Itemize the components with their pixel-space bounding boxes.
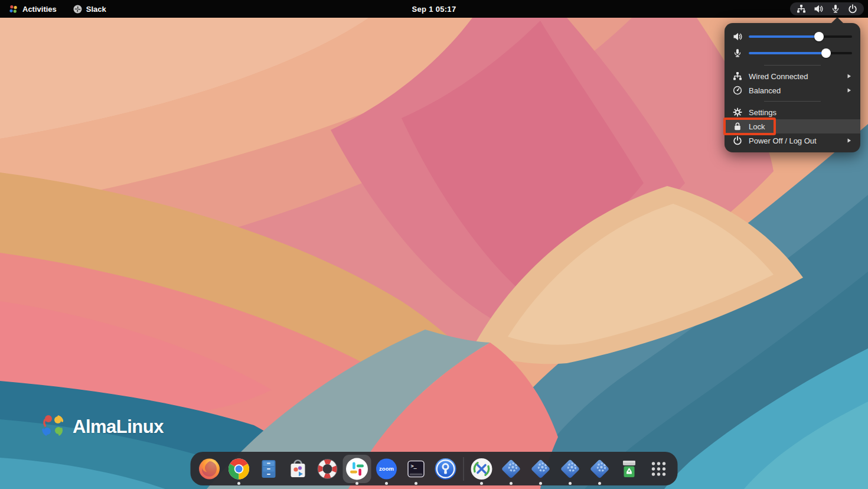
dock-item-trash[interactable] <box>618 457 641 481</box>
terminal-icon: >_ <box>404 457 428 481</box>
zoom-icon: zoom <box>375 457 399 481</box>
gear-icon <box>733 107 742 117</box>
top-bar: Activities Slack Sep 1 05:17 <box>0 0 868 18</box>
executable-diamond-icon <box>559 457 582 481</box>
running-indicator-dot <box>385 482 388 485</box>
dock-item-app-grid[interactable] <box>647 457 671 481</box>
files-icon <box>257 457 280 481</box>
balanced-menu-label: Balanced <box>749 86 840 95</box>
running-indicator-dot <box>539 482 542 485</box>
power-profile-icon <box>733 86 742 95</box>
volume-slider-row <box>725 28 860 45</box>
svg-text:>_: >_ <box>411 462 417 468</box>
power-icon <box>848 4 857 14</box>
trash-icon <box>618 457 641 481</box>
onepassword-icon <box>434 457 458 481</box>
volume-icon <box>733 32 742 41</box>
power-icon <box>733 136 742 145</box>
dock-item-executable-4[interactable] <box>588 457 612 481</box>
firefox-icon <box>198 457 221 481</box>
brand-logo: AlmaLinux <box>39 412 164 442</box>
chevron-right-icon <box>846 87 852 93</box>
wired-menu-label: Wired Connected <box>749 72 840 81</box>
dock-item-zoom[interactable]: zoom <box>375 457 399 481</box>
dock-item-remote-desktop[interactable] <box>470 457 494 481</box>
dock-item-files[interactable] <box>257 457 280 481</box>
svg-text:zoom: zoom <box>379 465 394 472</box>
dock-item-terminal[interactable]: >_ <box>404 457 428 481</box>
network-wired-icon <box>733 71 742 81</box>
power-off-menu-item[interactable]: Power Off / Log Out <box>725 133 860 148</box>
microphone-slider-knob[interactable] <box>821 48 831 58</box>
system-tray-button[interactable] <box>790 2 864 15</box>
wired-menu-item[interactable]: Wired Connected <box>725 69 860 83</box>
volume-icon <box>814 4 823 14</box>
software-store-icon <box>286 457 310 481</box>
running-indicator-dot <box>598 482 601 485</box>
executable-diamond-icon <box>500 457 523 481</box>
alma-mini-icon <box>8 4 18 14</box>
activities-label: Activities <box>22 5 57 14</box>
microphone-slider[interactable] <box>749 52 852 54</box>
running-indicator-dot <box>510 482 513 485</box>
top-bar-left: Activities Slack <box>8 0 106 18</box>
lock-menu-item[interactable]: Lock <box>725 119 860 133</box>
clock[interactable]: Sep 1 05:17 <box>412 0 456 18</box>
balanced-menu-item[interactable]: Balanced <box>725 83 860 97</box>
menu-arrow <box>831 17 844 24</box>
brand-logo-text: AlmaLinux <box>73 416 164 438</box>
slack-app-indicator[interactable]: Slack <box>73 0 106 18</box>
running-indicator-dot <box>569 482 572 485</box>
dock-item-firefox[interactable] <box>198 457 221 481</box>
dock-item-slack[interactable] <box>345 457 369 481</box>
dock-item-executable-3[interactable] <box>559 457 582 481</box>
running-indicator-dot <box>355 482 358 485</box>
power-off-menu-label: Power Off / Log Out <box>749 136 840 145</box>
volume-slider-fill <box>749 35 819 38</box>
lock-icon <box>733 122 742 131</box>
help-lifebuoy-icon <box>316 457 340 481</box>
volume-slider-knob[interactable] <box>814 32 824 41</box>
volume-slider[interactable] <box>749 35 852 38</box>
app-grid-icon <box>647 457 671 481</box>
dock-item-software[interactable] <box>286 457 310 481</box>
running-indicator-dot <box>415 482 417 485</box>
activities-button[interactable]: Activities <box>8 0 57 18</box>
system-menu: Wired ConnectedBalancedSettingsLockPower… <box>725 23 860 152</box>
app-indicator-label: Slack <box>86 5 106 14</box>
settings-menu-label: Settings <box>749 108 852 117</box>
menu-divider <box>764 101 821 102</box>
microphone-slider-fill <box>749 52 826 54</box>
dock-item-chrome[interactable] <box>227 457 251 481</box>
chevron-right-icon <box>846 73 852 79</box>
dock-separator <box>464 457 464 481</box>
desktop-screen: Activities Slack Sep 1 05:17 Wired Conne… <box>0 0 868 489</box>
settings-menu-item[interactable]: Settings <box>725 105 860 119</box>
menu-body: Wired ConnectedBalancedSettingsLockPower… <box>725 28 860 148</box>
clock-label: Sep 1 05:17 <box>412 5 456 14</box>
running-indicator-dot <box>480 482 483 485</box>
chrome-icon <box>227 457 251 481</box>
remote-desktop-icon <box>470 457 494 481</box>
microphone-slider-row <box>725 45 860 61</box>
slack-tray-icon <box>73 5 82 14</box>
executable-diamond-icon <box>588 457 612 481</box>
lock-menu-label: Lock <box>749 122 852 131</box>
executable-diamond-icon <box>529 457 553 481</box>
dock-item-executable-1[interactable] <box>500 457 523 481</box>
dock: zoom>_ <box>191 452 678 485</box>
dock-item-executable-2[interactable] <box>529 457 553 481</box>
microphone-icon <box>733 48 742 58</box>
network-wired-icon <box>797 4 806 14</box>
menu-divider <box>764 65 821 66</box>
slack-icon <box>345 457 369 481</box>
chevron-right-icon <box>846 138 852 144</box>
dock-item-onepassword[interactable] <box>434 457 458 481</box>
microphone-icon <box>831 4 840 14</box>
running-indicator-dot <box>237 482 240 485</box>
dock-item-help[interactable] <box>316 457 340 481</box>
almalinux-logo-icon <box>39 412 66 442</box>
